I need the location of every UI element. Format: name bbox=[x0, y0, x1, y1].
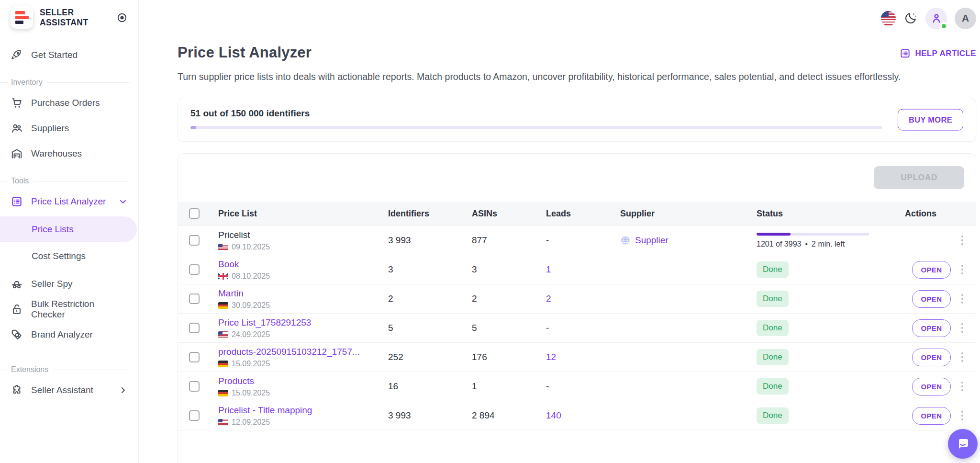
row-checkbox[interactable] bbox=[189, 381, 200, 392]
sidebar-item-label: Price Lists bbox=[32, 224, 74, 235]
identifiers-count: 3 993 bbox=[388, 235, 472, 246]
table-toolbar: UPLOAD bbox=[178, 154, 976, 202]
asins-count: 2 894 bbox=[472, 410, 546, 421]
user-avatar[interactable]: A bbox=[955, 8, 976, 29]
sidebar-item-label: Brand Analyzer bbox=[31, 329, 93, 340]
price-list-name[interactable]: Martin bbox=[218, 288, 388, 299]
leads-count[interactable]: 140 bbox=[546, 410, 561, 420]
sidebar-item-label: Price List Analyzer bbox=[31, 196, 106, 207]
asins-count: 3 bbox=[472, 264, 546, 275]
price-list-name[interactable]: Book bbox=[218, 259, 388, 270]
row-checkbox[interactable] bbox=[189, 294, 200, 304]
main-content: A Price List Analyzer HELP ARTICLE Turn … bbox=[139, 0, 980, 463]
row-progress-track bbox=[757, 233, 869, 236]
identifiers-count: 3 bbox=[388, 264, 472, 275]
open-button[interactable]: OPEN bbox=[912, 349, 950, 366]
rocket-icon bbox=[11, 49, 23, 61]
language-us-flag-icon[interactable] bbox=[881, 11, 896, 26]
row-checkbox[interactable] bbox=[189, 264, 200, 275]
leads-count: - bbox=[546, 381, 549, 391]
dark-mode-toggle[interactable] bbox=[903, 11, 918, 25]
column-header-actions: Actions bbox=[905, 209, 936, 219]
brand-name: SELLER ASSISTANT bbox=[40, 8, 88, 27]
identifiers-count: 5 bbox=[388, 323, 472, 333]
page-description: Turn supplier price lists into deals wit… bbox=[178, 69, 948, 84]
table-row: Price List_1758291253 24.09.2025 5 5 - D… bbox=[178, 313, 976, 342]
upload-date: 08.10.2025 bbox=[232, 272, 270, 281]
identifiers-count: 16 bbox=[388, 381, 472, 392]
upload-date: 24.09.2025 bbox=[232, 330, 270, 339]
row-menu-button[interactable] bbox=[959, 380, 966, 394]
row-checkbox[interactable] bbox=[189, 410, 200, 421]
leads-count[interactable]: 12 bbox=[546, 352, 556, 362]
sidebar-item-get-started[interactable]: Get Started bbox=[0, 45, 138, 66]
chevron-down-icon bbox=[118, 197, 128, 206]
price-list-name[interactable]: Pricelist - Title mapping bbox=[218, 405, 388, 416]
open-button[interactable]: OPEN bbox=[912, 407, 950, 425]
page-title: Price List Analyzer bbox=[178, 44, 312, 61]
leads-count: - bbox=[546, 323, 549, 333]
price-list-name: Pricelist bbox=[218, 230, 388, 240]
row-checkbox[interactable] bbox=[189, 235, 200, 246]
help-article-link[interactable]: HELP ARTICLE bbox=[900, 48, 976, 59]
sidebar-item-warehouses[interactable]: Warehouses bbox=[0, 143, 138, 164]
status-badge: Done bbox=[757, 320, 789, 336]
sidebar-menu: Get Started Inventory Purchase Orders Su… bbox=[0, 31, 138, 401]
sidebar-collapse-toggle[interactable] bbox=[115, 11, 129, 24]
table-row: Pricelist - Title mapping 12.09.2025 3 9… bbox=[178, 401, 976, 430]
sidebar-section-tools: Tools bbox=[0, 177, 138, 185]
sidebar-item-label: Seller Assistant bbox=[31, 385, 93, 395]
country-flag-icon bbox=[218, 361, 228, 367]
row-menu-button[interactable] bbox=[959, 292, 966, 306]
row-checkbox[interactable] bbox=[189, 352, 200, 362]
identifiers-count: 2 bbox=[388, 294, 472, 304]
person-icon bbox=[930, 12, 943, 24]
sidebar-item-purchase-orders[interactable]: Purchase Orders bbox=[0, 92, 138, 113]
row-menu-button[interactable] bbox=[959, 409, 966, 423]
sidebar-item-price-list-analyzer[interactable]: Price List Analyzer bbox=[0, 191, 138, 212]
price-list-name[interactable]: products-20250915103212_1757... bbox=[218, 347, 388, 357]
upload-button[interactable]: UPLOAD bbox=[874, 166, 964, 189]
sidebar-item-label: Bulk Restriction Checker bbox=[31, 299, 128, 320]
leads-count[interactable]: 2 bbox=[546, 294, 551, 304]
upload-date: 15.09.2025 bbox=[232, 389, 270, 397]
leads-count[interactable]: 1 bbox=[546, 264, 551, 274]
help-article-label: HELP ARTICLE bbox=[915, 49, 976, 58]
sidebar-item-seller-assistant-extension[interactable]: Seller Assistant bbox=[0, 380, 138, 401]
account-button[interactable] bbox=[925, 8, 947, 29]
progress-time-left: 2 min. left bbox=[812, 240, 845, 248]
sidebar-item-label: Get Started bbox=[31, 50, 78, 60]
quota-progress-track bbox=[190, 126, 882, 129]
asins-count: 1 bbox=[472, 381, 546, 392]
chat-launcher-button[interactable] bbox=[948, 429, 978, 459]
leads-count: - bbox=[546, 235, 549, 245]
sidebar-item-seller-spy[interactable]: Seller Spy bbox=[0, 273, 138, 294]
table-row: Martin 30.09.2025 2 2 2 Done OPEN bbox=[178, 284, 976, 313]
spy-icon bbox=[11, 278, 23, 290]
sidebar-subitem-price-lists[interactable]: Price Lists bbox=[0, 216, 137, 242]
open-button[interactable]: OPEN bbox=[912, 290, 950, 308]
row-menu-button[interactable] bbox=[959, 350, 966, 364]
sidebar-item-brand-analyzer[interactable]: Brand Analyzer bbox=[0, 324, 138, 345]
row-menu-button[interactable] bbox=[959, 321, 966, 335]
buy-more-button[interactable]: BUY MORE bbox=[898, 109, 963, 131]
price-list-name[interactable]: Products bbox=[218, 376, 388, 386]
open-button[interactable]: OPEN bbox=[912, 319, 950, 337]
asins-count: 2 bbox=[472, 294, 546, 304]
sidebar-subitem-cost-settings[interactable]: Cost Settings bbox=[0, 243, 138, 269]
people-icon bbox=[11, 122, 23, 135]
row-menu-button[interactable] bbox=[959, 234, 966, 248]
target-icon bbox=[116, 12, 128, 23]
select-all-checkbox[interactable] bbox=[189, 208, 200, 219]
status-badge: Done bbox=[757, 291, 789, 307]
open-button[interactable]: OPEN bbox=[912, 261, 950, 279]
row-checkbox[interactable] bbox=[189, 323, 200, 333]
open-button[interactable]: OPEN bbox=[912, 378, 950, 395]
price-list-name[interactable]: Price List_1758291253 bbox=[218, 317, 388, 328]
sidebar-item-bulk-restriction-checker[interactable]: Bulk Restriction Checker bbox=[0, 299, 138, 320]
sidebar-item-suppliers[interactable]: Suppliers bbox=[0, 118, 138, 139]
row-menu-button[interactable] bbox=[959, 263, 966, 277]
supplier-link[interactable]: Supplier bbox=[620, 235, 668, 246]
asins-count: 877 bbox=[472, 235, 546, 246]
table-row: Book 08.10.2025 3 3 1 Done OPEN bbox=[178, 255, 976, 284]
